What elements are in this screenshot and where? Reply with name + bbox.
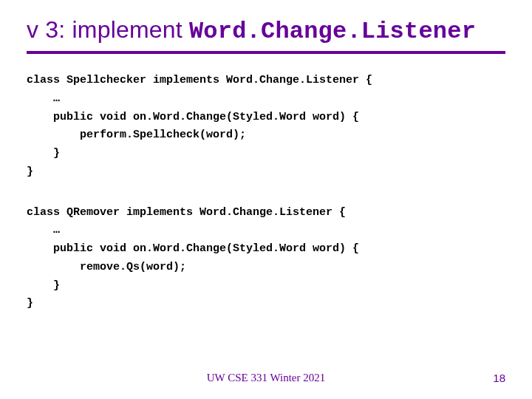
title-mono: Word.Change.Listener <box>189 18 476 45</box>
footer-text: UW CSE 331 Winter 2021 <box>0 372 532 384</box>
page-number: 18 <box>493 372 505 384</box>
title-prefix: v 3: implement <box>27 16 189 43</box>
slide: v 3: implement Word.Change.Listener clas… <box>0 0 532 399</box>
title-underline <box>27 51 505 54</box>
slide-title: v 3: implement Word.Change.Listener <box>27 16 505 45</box>
code-block-qremover: class QRemover implements Word.Change.Li… <box>27 204 505 314</box>
code-block-spellchecker: class Spellchecker implements Word.Chang… <box>27 72 505 182</box>
